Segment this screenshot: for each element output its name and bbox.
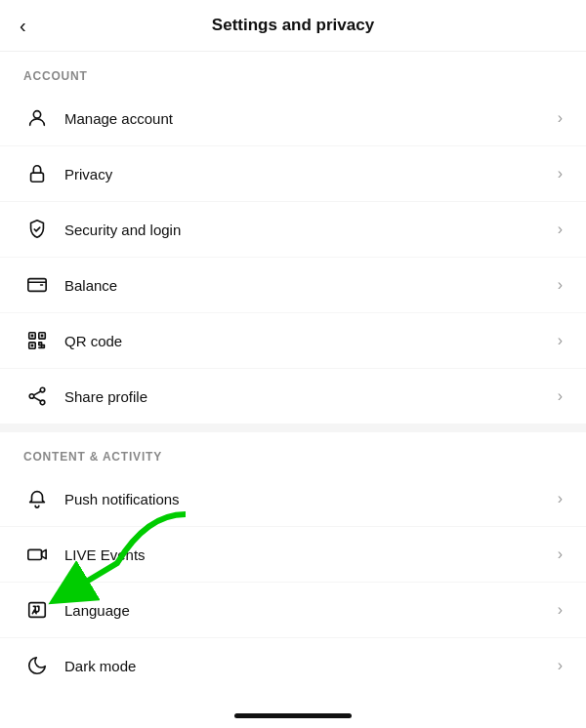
menu-item-live-events[interactable]: LIVE Events ›: [0, 527, 586, 583]
menu-item-qr-code[interactable]: QR code ›: [0, 313, 586, 369]
menu-item-push-notifications[interactable]: Push notifications ›: [0, 471, 586, 527]
qr-icon: [23, 327, 51, 354]
share-icon: [23, 383, 51, 410]
balance-label: Balance: [64, 277, 558, 294]
svg-rect-8: [31, 344, 34, 347]
svg-rect-12: [28, 549, 42, 559]
menu-item-dark-mode[interactable]: Dark mode ›: [0, 638, 586, 691]
chevron-icon: ›: [558, 490, 563, 507]
chevron-icon: ›: [558, 546, 563, 563]
camera-icon: [23, 541, 51, 568]
security-login-label: Security and login: [64, 222, 558, 238]
menu-item-share-profile[interactable]: Share profile ›: [0, 369, 586, 425]
svg-rect-6: [31, 335, 34, 338]
chevron-icon: ›: [558, 165, 563, 182]
menu-item-manage-account[interactable]: Manage account ›: [0, 91, 586, 146]
chevron-icon: ›: [558, 657, 563, 674]
translate-icon: [23, 596, 51, 624]
live-events-label: LIVE Events: [64, 546, 558, 563]
dark-mode-label: Dark mode: [64, 658, 558, 674]
home-indicator: [234, 713, 352, 718]
menu-item-security-login[interactable]: Security and login ›: [0, 202, 586, 258]
chevron-icon: ›: [558, 221, 563, 238]
language-label: Language: [64, 602, 558, 619]
svg-point-0: [33, 111, 40, 118]
settings-content: ACCOUNT Manage account › Privacy ›: [0, 52, 586, 691]
menu-item-balance[interactable]: Balance ›: [0, 258, 586, 313]
chevron-icon: ›: [558, 387, 563, 405]
menu-item-language[interactable]: Language ›: [0, 583, 586, 638]
shield-icon: [23, 216, 51, 243]
qr-code-label: QR code: [64, 333, 558, 349]
lock-icon: [23, 160, 51, 187]
chevron-icon: ›: [558, 332, 563, 349]
section-divider: [0, 425, 586, 432]
header: ‹ Settings and privacy: [0, 0, 586, 52]
wallet-icon: [23, 271, 51, 299]
push-notifications-label: Push notifications: [64, 491, 558, 507]
svg-rect-1: [31, 173, 44, 182]
svg-rect-13: [29, 603, 46, 618]
manage-account-label: Manage account: [64, 110, 558, 127]
svg-rect-2: [28, 279, 46, 292]
person-icon: [23, 104, 51, 132]
moon-icon: [23, 652, 51, 679]
bell-icon: [23, 485, 51, 512]
section-label-account: ACCOUNT: [0, 52, 586, 91]
privacy-label: Privacy: [64, 166, 558, 182]
section-label-content-activity: CONTENT & ACTIVITY: [0, 432, 586, 471]
svg-rect-7: [41, 335, 44, 338]
chevron-icon: ›: [558, 109, 563, 127]
chevron-icon: ›: [558, 276, 563, 294]
back-button[interactable]: ‹: [20, 15, 26, 37]
chevron-icon: ›: [558, 601, 563, 619]
share-profile-label: Share profile: [64, 388, 558, 405]
menu-item-privacy[interactable]: Privacy ›: [0, 146, 586, 202]
page-title: Settings and privacy: [212, 16, 374, 35]
